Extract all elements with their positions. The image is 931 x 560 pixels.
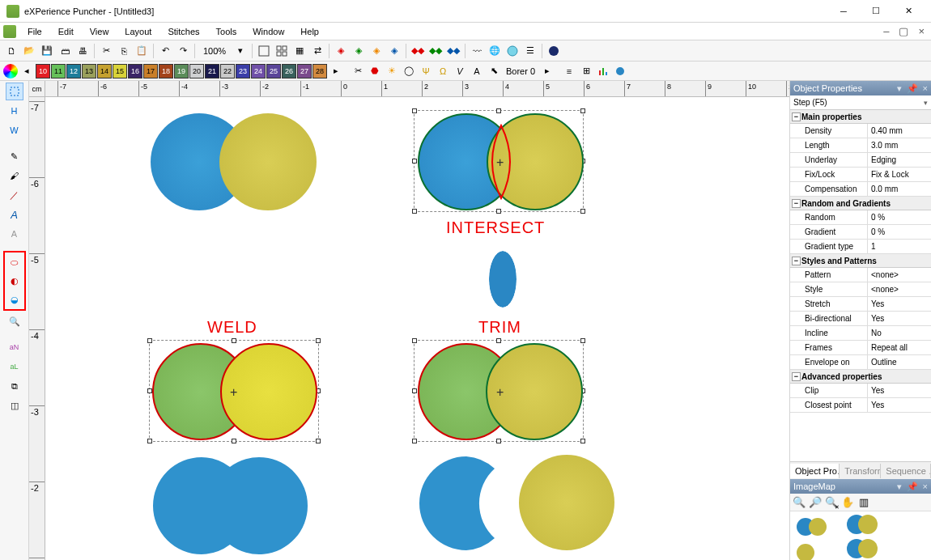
- zoom-value[interactable]: 100%: [198, 46, 231, 56]
- paste-icon[interactable]: 📋: [134, 43, 150, 59]
- line-tool-icon[interactable]: ／: [6, 186, 23, 204]
- color-swatch-24[interactable]: 24: [251, 64, 266, 78]
- text-tool-icon[interactable]: A: [6, 206, 23, 223]
- prop-comp-value[interactable]: 0.0 mm: [867, 182, 931, 196]
- circle-outline-icon[interactable]: ◯: [401, 63, 417, 79]
- curve-icon[interactable]: 〰: [469, 43, 485, 59]
- copy-icon[interactable]: ⎘: [116, 43, 132, 59]
- stop-icon[interactable]: ⬣: [367, 63, 383, 79]
- diamond-orange-icon[interactable]: ◈: [368, 43, 385, 59]
- grid-mode-icon[interactable]: [274, 43, 290, 59]
- color-swatch-13[interactable]: 13: [82, 64, 96, 78]
- color-swatch-23[interactable]: 23: [236, 64, 250, 78]
- an-tool-icon[interactable]: aN: [6, 338, 23, 356]
- section-styles[interactable]: Styles and Patterns: [790, 254, 931, 268]
- two-diamond-red-icon[interactable]: ◆◆: [410, 43, 426, 59]
- print-icon[interactable]: 🖶: [74, 43, 91, 59]
- save-icon[interactable]: 💾: [39, 43, 55, 59]
- a-icon[interactable]: A: [469, 63, 485, 79]
- al-tool-icon[interactable]: aL: [6, 358, 23, 375]
- squares-icon[interactable]: ⊞: [578, 63, 594, 79]
- prop-style-value[interactable]: <none>: [867, 282, 931, 296]
- color-swatch-17[interactable]: 17: [143, 64, 158, 78]
- prop-underlay-value[interactable]: Edging: [867, 153, 931, 167]
- select-tool-icon[interactable]: [6, 83, 23, 100]
- tab-sequence[interactable]: Sequence …: [881, 464, 931, 478]
- color-wheel-icon[interactable]: [3, 64, 18, 78]
- menu-help[interactable]: Help: [292, 25, 327, 38]
- section-main[interactable]: Main properties: [790, 110, 931, 124]
- w-tool-icon[interactable]: W: [6, 121, 23, 139]
- menu-window[interactable]: Window: [244, 25, 292, 38]
- chart-icon[interactable]: [595, 63, 611, 79]
- canvas[interactable]: + INTERSECT WELD + TRIM: [45, 97, 789, 560]
- color-swatch-20[interactable]: 20: [189, 64, 204, 78]
- prop-fixlock-value[interactable]: Fix & Lock: [867, 168, 931, 181]
- menu-layout[interactable]: Layout: [117, 25, 159, 38]
- undo-icon[interactable]: ↶: [157, 43, 173, 59]
- omega-icon[interactable]: Ω: [435, 63, 451, 79]
- prop-random-value[interactable]: 0 %: [867, 210, 931, 224]
- globe-cyan-icon[interactable]: [504, 43, 521, 59]
- diamond-blue-icon[interactable]: ◈: [386, 43, 402, 59]
- open-icon[interactable]: 📂: [21, 43, 37, 59]
- all-save-icon[interactable]: 🗃: [57, 43, 73, 59]
- three-bars-icon[interactable]: ☰: [522, 43, 538, 59]
- color-swatch-27[interactable]: 27: [297, 64, 312, 78]
- sun-icon[interactable]: ☀: [384, 63, 400, 79]
- h-tool-icon[interactable]: H: [6, 102, 23, 120]
- mdi-restore-button[interactable]: ▢: [895, 25, 912, 37]
- color-swatch-21[interactable]: 21: [205, 64, 219, 78]
- diamond-red-icon[interactable]: ◈: [333, 43, 349, 59]
- menu-edit[interactable]: Edit: [50, 25, 82, 38]
- prop-incline-value[interactable]: No: [867, 326, 931, 340]
- im-pin-icon[interactable]: ▾: [897, 482, 902, 492]
- section-random[interactable]: Random and Gradients: [790, 197, 931, 210]
- two-diamond-green-icon[interactable]: ◆◆: [427, 43, 444, 59]
- color-swatch-11[interactable]: 11: [51, 64, 66, 78]
- color-swatch-16[interactable]: 16: [128, 64, 142, 78]
- diamond-green-icon[interactable]: ◈: [351, 43, 367, 59]
- prop-gradtype-value[interactable]: 1: [867, 240, 931, 253]
- edit-tool-icon[interactable]: ✎: [6, 147, 23, 165]
- misc-tool-icon[interactable]: ⧉: [6, 377, 23, 395]
- im-pan-icon[interactable]: ✋: [840, 495, 855, 510]
- im-zoomout-icon[interactable]: 🔎: [808, 495, 823, 510]
- select-mode-icon[interactable]: [256, 43, 272, 59]
- link-icon[interactable]: ⇄: [309, 43, 325, 59]
- intersect-tool-icon[interactable]: ◐: [6, 272, 23, 290]
- tab-object-properties[interactable]: Object Pro…: [790, 464, 840, 478]
- prop-closest-value[interactable]: Yes: [867, 398, 931, 412]
- menu-tools[interactable]: Tools: [208, 25, 245, 38]
- color-swatch-10[interactable]: 10: [36, 64, 50, 78]
- color-swatch-22[interactable]: 22: [220, 64, 235, 78]
- zoom-tool-icon[interactable]: 🔍: [6, 312, 23, 330]
- text2-tool-icon[interactable]: A: [6, 225, 23, 243]
- panel-pin2-icon[interactable]: 📌: [907, 83, 918, 94]
- imagemap-body[interactable]: [790, 511, 931, 560]
- section-adv[interactable]: Advanced properties: [790, 370, 931, 384]
- color-swatch-28[interactable]: 28: [312, 64, 327, 78]
- prop-frames-value[interactable]: Repeat all: [867, 341, 931, 354]
- prop-gradient-value[interactable]: 0 %: [867, 225, 931, 239]
- dark-circle-icon[interactable]: [546, 43, 562, 59]
- maximize-button[interactable]: ☐: [860, 0, 892, 23]
- borer-next-icon[interactable]: ▸: [539, 63, 555, 79]
- trim-tool-icon[interactable]: ◒: [6, 291, 23, 308]
- panel-pin-icon[interactable]: ▾: [897, 83, 902, 94]
- im-dropdown-icon[interactable]: ▥: [857, 495, 871, 510]
- prop-density-value[interactable]: 0.40 mm: [867, 124, 931, 138]
- cursor-s-icon[interactable]: ⬉: [486, 63, 502, 79]
- close-button[interactable]: ✕: [892, 0, 925, 23]
- grid2-icon[interactable]: ▦: [291, 43, 308, 59]
- new-icon[interactable]: 🗋: [3, 43, 19, 59]
- prop-stretch-value[interactable]: Yes: [867, 297, 931, 311]
- circle-blue-icon[interactable]: [612, 63, 628, 79]
- cut-icon[interactable]: ✂: [98, 43, 114, 59]
- psi-icon[interactable]: Ψ: [418, 63, 434, 79]
- im-zoomfit-icon[interactable]: 🔍✕: [824, 495, 839, 510]
- mdi-minimize-button[interactable]: –: [880, 25, 892, 37]
- redo-icon[interactable]: ↷: [175, 43, 191, 59]
- color-swatch-14[interactable]: 14: [97, 64, 112, 78]
- color-next-icon[interactable]: ▸: [328, 63, 344, 79]
